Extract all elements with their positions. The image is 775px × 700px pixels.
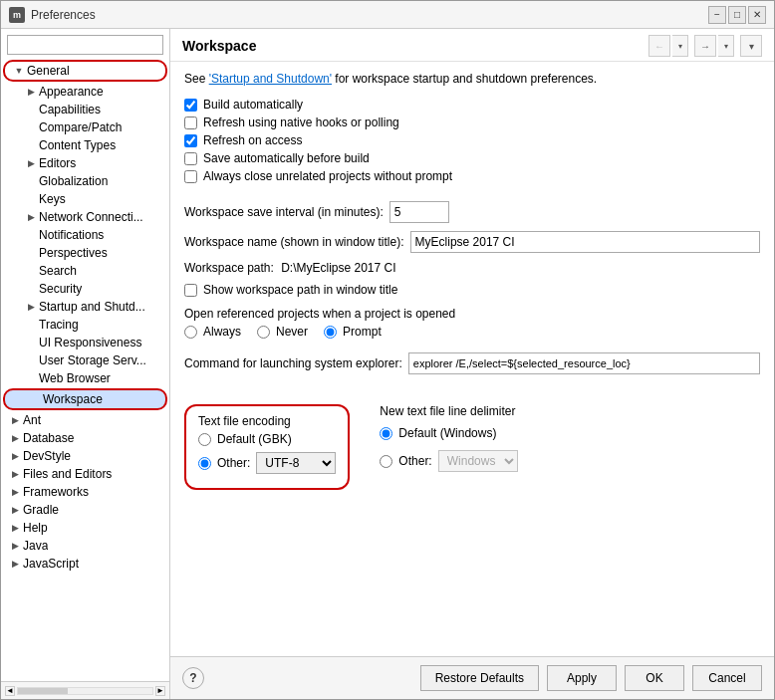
- checkbox-save-auto[interactable]: [184, 152, 197, 165]
- radio-prompt[interactable]: [324, 326, 337, 339]
- sidebar-item-frameworks[interactable]: ▶ Frameworks: [1, 483, 169, 501]
- save-interval-label: Workspace save interval (in minutes):: [184, 205, 384, 219]
- radio-encoding-default[interactable]: [198, 433, 211, 446]
- workspace-name-input[interactable]: [410, 231, 760, 253]
- explorer-input[interactable]: [408, 352, 760, 374]
- sidebar-item-web-browser[interactable]: Web Browser: [1, 369, 169, 387]
- sidebar-item-editors[interactable]: ▶ Editors: [1, 154, 169, 172]
- expand-icon-files-editors: ▶: [9, 468, 21, 480]
- minimize-button[interactable]: −: [708, 6, 726, 24]
- sidebar-item-compare-patch[interactable]: Compare/Patch: [1, 118, 169, 136]
- expand-icon-help: ▶: [9, 522, 21, 534]
- restore-defaults-button[interactable]: Restore Defaults: [420, 665, 539, 691]
- encoding-section: Text file encoding Default (GBK) Other: …: [184, 396, 760, 498]
- sidebar-item-search[interactable]: Search: [1, 262, 169, 280]
- expand-icon-editors: ▶: [25, 157, 37, 169]
- radio-always[interactable]: [184, 326, 197, 339]
- radio-delimiter-default[interactable]: [380, 427, 392, 440]
- sidebar-item-network-connections[interactable]: ▶ Network Connecti...: [1, 208, 169, 226]
- sidebar-item-workspace[interactable]: Workspace: [3, 388, 167, 410]
- sidebar-label-ui-responsiveness: UI Responsiveness: [39, 336, 141, 350]
- sidebar-item-files-editors[interactable]: ▶ Files and Editors: [1, 465, 169, 483]
- sidebar-item-security[interactable]: Security: [1, 280, 169, 298]
- sidebar-label-notifications: Notifications: [39, 228, 104, 242]
- spacer-content: [25, 139, 37, 151]
- spacer-compare: [25, 121, 37, 133]
- spacer-glob: [25, 175, 37, 187]
- spacer-search: [25, 265, 37, 277]
- radio-never-row: Never: [257, 325, 308, 339]
- expand-icon-devstyle: ▶: [9, 450, 21, 462]
- checkbox-refresh-access[interactable]: [184, 134, 197, 147]
- radio-delimiter-other[interactable]: [380, 455, 392, 468]
- panel-body: See 'Startup and Shutdown' for workspace…: [170, 62, 774, 656]
- expand-icon-appearance: ▶: [25, 86, 37, 98]
- sidebar-item-ant[interactable]: ▶ Ant: [1, 411, 169, 429]
- apply-button[interactable]: Apply: [547, 665, 617, 691]
- sidebar-label-java: Java: [23, 539, 48, 553]
- sidebar-item-javascript[interactable]: ▶ JavaScript: [1, 555, 169, 573]
- spacer-ui: [25, 337, 37, 349]
- sidebar-item-appearance[interactable]: ▶ Appearance: [1, 83, 169, 101]
- sidebar-item-gradle[interactable]: ▶ Gradle: [1, 501, 169, 519]
- save-interval-input[interactable]: [389, 201, 449, 223]
- sidebar-item-startup-shutdown[interactable]: ▶ Startup and Shutd...: [1, 298, 169, 316]
- checkbox-build-auto[interactable]: [184, 99, 197, 112]
- sidebar-label-keys: Keys: [39, 192, 66, 206]
- nav-back-button[interactable]: ←: [648, 35, 670, 57]
- scroll-right-btn[interactable]: ►: [155, 686, 165, 696]
- explorer-label: Command for launching system explorer:: [184, 356, 402, 370]
- sidebar-item-content-types[interactable]: Content Types: [1, 136, 169, 154]
- sidebar-item-general[interactable]: ▼ General: [3, 60, 167, 82]
- radio-encoding-other[interactable]: [198, 457, 211, 470]
- sidebar-label-search: Search: [39, 264, 77, 278]
- titlebar: m Preferences − □ ✕: [1, 1, 774, 29]
- checkbox-refresh-native-label: Refresh using native hooks or polling: [203, 116, 399, 129]
- scroll-thumb[interactable]: [18, 688, 68, 694]
- sidebar-label-user-storage: User Storage Serv...: [39, 353, 146, 367]
- sidebar-item-user-storage[interactable]: User Storage Serv...: [1, 351, 169, 369]
- sidebar-label-web-browser: Web Browser: [39, 371, 111, 385]
- radio-never[interactable]: [257, 326, 270, 339]
- sidebar-label-startup-shutdown: Startup and Shutd...: [39, 300, 145, 314]
- sidebar-label-editors: Editors: [39, 156, 76, 170]
- nav-forward-dropdown[interactable]: ▾: [718, 35, 734, 57]
- sidebar-item-help[interactable]: ▶ Help: [1, 519, 169, 537]
- startup-shutdown-link[interactable]: 'Startup and Shutdown': [209, 72, 332, 86]
- spacer-web: [25, 372, 37, 384]
- sidebar-item-capabilities[interactable]: Capabilities: [1, 101, 169, 118]
- sidebar-label-gradle: Gradle: [23, 503, 59, 517]
- checkbox-build-auto-label: Build automatically: [203, 98, 303, 112]
- sidebar-item-globalization[interactable]: Globalization: [1, 172, 169, 190]
- encoding-default-label: Default (GBK): [217, 432, 292, 446]
- sidebar-label-tracing: Tracing: [39, 318, 79, 332]
- sidebar-item-java[interactable]: ▶ Java: [1, 537, 169, 555]
- sidebar-item-notifications[interactable]: Notifications: [1, 226, 169, 244]
- encoding-select[interactable]: UTF-8 UTF-16 ISO-8859-1 GBK: [256, 452, 336, 474]
- nav-back-dropdown[interactable]: ▾: [672, 35, 688, 57]
- workspace-path-value: D:\MyEclipse 2017 CI: [281, 261, 395, 275]
- open-projects-label: Open referenced projects when a project …: [184, 307, 760, 321]
- sidebar-item-keys[interactable]: Keys: [1, 190, 169, 208]
- nav-menu-button[interactable]: ▾: [740, 35, 762, 57]
- explorer-row: Command for launching system explorer:: [184, 352, 760, 374]
- nav-forward-button[interactable]: →: [694, 35, 716, 57]
- expand-icon-general: ▼: [13, 65, 25, 77]
- help-button[interactable]: ?: [182, 667, 204, 689]
- checkbox-save-auto-row: Save automatically before build: [184, 151, 760, 165]
- sidebar-item-perspectives[interactable]: Perspectives: [1, 244, 169, 262]
- sidebar-item-tracing[interactable]: Tracing: [1, 316, 169, 334]
- checkbox-show-path[interactable]: [184, 284, 197, 297]
- maximize-button[interactable]: □: [728, 6, 746, 24]
- search-input[interactable]: [7, 35, 163, 55]
- checkbox-refresh-native[interactable]: [184, 117, 197, 129]
- scroll-left-btn[interactable]: ◄: [5, 686, 15, 696]
- delimiter-select[interactable]: Windows Unix Mac: [438, 450, 518, 472]
- sidebar-item-database[interactable]: ▶ Database: [1, 429, 169, 447]
- close-button[interactable]: ✕: [748, 6, 766, 24]
- sidebar-item-ui-responsiveness[interactable]: UI Responsiveness: [1, 334, 169, 351]
- ok-button[interactable]: OK: [625, 665, 684, 691]
- sidebar-item-devstyle[interactable]: ▶ DevStyle: [1, 447, 169, 465]
- checkbox-close-unrelated[interactable]: [184, 170, 197, 183]
- cancel-button[interactable]: Cancel: [692, 665, 762, 691]
